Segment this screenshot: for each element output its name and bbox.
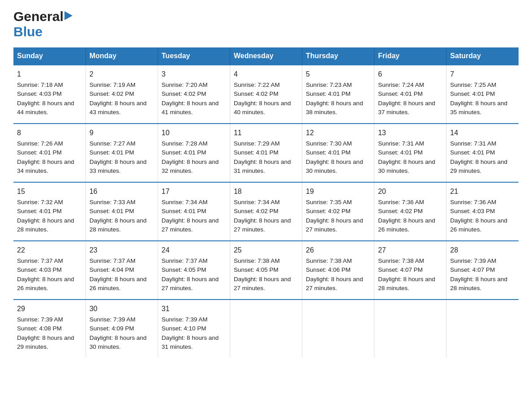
- sunrise-label: Sunrise: 7:39 AM: [17, 316, 63, 323]
- daylight-label: Daylight: 8 hours and 28 minutes.: [90, 217, 147, 233]
- sunrise-label: Sunrise: 7:18 AM: [17, 81, 63, 88]
- calendar-cell: [374, 300, 446, 358]
- sunset-label: Sunset: 4:02 PM: [234, 208, 279, 214]
- calendar-week-row: 15Sunrise: 7:32 AMSunset: 4:01 PMDayligh…: [13, 182, 519, 241]
- calendar-header-row: SundayMondayTuesdayWednesdayThursdayFrid…: [13, 47, 519, 65]
- sunset-label: Sunset: 4:01 PM: [162, 208, 206, 214]
- sunrise-label: Sunrise: 7:37 AM: [17, 257, 63, 264]
- logo-arrow-icon: [64, 11, 73, 22]
- calendar-cell: 2Sunrise: 7:19 AMSunset: 4:02 PMDaylight…: [86, 65, 158, 124]
- day-number: 13: [378, 128, 442, 138]
- sunrise-label: Sunrise: 7:34 AM: [162, 199, 208, 206]
- daylight-label: Daylight: 8 hours and 44 minutes.: [17, 100, 74, 116]
- logo-general: General: [13, 9, 64, 24]
- day-number: 5: [306, 69, 370, 80]
- sunset-label: Sunset: 4:05 PM: [234, 266, 279, 273]
- day-number: 4: [234, 69, 298, 80]
- daylight-label: Daylight: 8 hours and 28 minutes.: [17, 217, 74, 233]
- sunset-label: Sunset: 4:01 PM: [306, 149, 351, 156]
- daylight-label: Daylight: 8 hours and 31 minutes.: [162, 334, 219, 350]
- daylight-label: Daylight: 8 hours and 27 minutes.: [234, 217, 291, 233]
- calendar-cell: 8Sunrise: 7:26 AMSunset: 4:01 PMDaylight…: [13, 124, 86, 182]
- day-number: 29: [17, 304, 82, 314]
- day-number: 30: [90, 304, 154, 314]
- calendar-cell: 27Sunrise: 7:38 AMSunset: 4:07 PMDayligh…: [374, 241, 446, 300]
- day-number: 14: [450, 128, 515, 138]
- calendar-cell: 15Sunrise: 7:32 AMSunset: 4:01 PMDayligh…: [13, 182, 86, 241]
- sunset-label: Sunset: 4:06 PM: [306, 266, 351, 273]
- daylight-label: Daylight: 8 hours and 30 minutes.: [378, 158, 435, 174]
- day-number: 17: [162, 186, 226, 197]
- day-number: 24: [162, 245, 226, 256]
- sunset-label: Sunset: 4:01 PM: [378, 149, 423, 156]
- daylight-label: Daylight: 8 hours and 28 minutes.: [450, 276, 507, 291]
- calendar-cell: 26Sunrise: 7:38 AMSunset: 4:06 PMDayligh…: [302, 241, 374, 300]
- page-header: General Blue: [13, 9, 519, 39]
- logo: General Blue: [13, 9, 73, 39]
- calendar-cell: 20Sunrise: 7:36 AMSunset: 4:02 PMDayligh…: [374, 182, 446, 241]
- sunrise-label: Sunrise: 7:25 AM: [450, 81, 496, 88]
- sunrise-label: Sunrise: 7:38 AM: [306, 257, 352, 264]
- calendar-cell: 12Sunrise: 7:30 AMSunset: 4:01 PMDayligh…: [302, 124, 374, 182]
- day-number: 16: [90, 186, 154, 197]
- day-header-wednesday: Wednesday: [230, 47, 302, 65]
- daylight-label: Daylight: 8 hours and 33 minutes.: [90, 158, 147, 174]
- calendar-cell: 31Sunrise: 7:39 AMSunset: 4:10 PMDayligh…: [158, 300, 230, 358]
- calendar-cell: 16Sunrise: 7:33 AMSunset: 4:01 PMDayligh…: [86, 182, 158, 241]
- day-header-thursday: Thursday: [302, 47, 374, 65]
- sunset-label: Sunset: 4:02 PM: [378, 208, 423, 214]
- sunrise-label: Sunrise: 7:27 AM: [90, 140, 136, 147]
- calendar-cell: 29Sunrise: 7:39 AMSunset: 4:08 PMDayligh…: [13, 300, 86, 358]
- calendar-cell: 25Sunrise: 7:38 AMSunset: 4:05 PMDayligh…: [230, 241, 302, 300]
- day-number: 20: [378, 186, 442, 197]
- day-number: 28: [450, 245, 515, 256]
- calendar-week-row: 1Sunrise: 7:18 AMSunset: 4:03 PMDaylight…: [13, 65, 519, 124]
- svg-marker-0: [64, 11, 73, 20]
- day-number: 7: [450, 69, 515, 80]
- daylight-label: Daylight: 8 hours and 29 minutes.: [17, 334, 74, 350]
- day-header-tuesday: Tuesday: [158, 47, 230, 65]
- sunset-label: Sunset: 4:01 PM: [17, 149, 62, 156]
- calendar-cell: 1Sunrise: 7:18 AMSunset: 4:03 PMDaylight…: [13, 65, 86, 124]
- sunrise-label: Sunrise: 7:20 AM: [162, 81, 208, 88]
- sunrise-label: Sunrise: 7:38 AM: [378, 257, 424, 264]
- sunrise-label: Sunrise: 7:22 AM: [234, 81, 280, 88]
- sunset-label: Sunset: 4:01 PM: [234, 149, 279, 156]
- daylight-label: Daylight: 8 hours and 27 minutes.: [162, 276, 219, 291]
- daylight-label: Daylight: 8 hours and 29 minutes.: [450, 158, 507, 174]
- sunset-label: Sunset: 4:02 PM: [90, 90, 134, 97]
- sunrise-label: Sunrise: 7:31 AM: [378, 140, 424, 147]
- daylight-label: Daylight: 8 hours and 43 minutes.: [90, 100, 147, 116]
- sunrise-label: Sunrise: 7:35 AM: [306, 199, 352, 206]
- daylight-label: Daylight: 8 hours and 27 minutes.: [234, 276, 291, 291]
- sunset-label: Sunset: 4:01 PM: [17, 208, 62, 214]
- daylight-label: Daylight: 8 hours and 34 minutes.: [17, 158, 74, 174]
- day-number: 21: [450, 186, 515, 197]
- day-number: 26: [306, 245, 370, 256]
- day-number: 3: [162, 69, 226, 80]
- sunset-label: Sunset: 4:07 PM: [378, 266, 423, 273]
- day-number: 9: [90, 128, 154, 138]
- sunrise-label: Sunrise: 7:28 AM: [162, 140, 208, 147]
- daylight-label: Daylight: 8 hours and 26 minutes.: [90, 276, 147, 291]
- calendar-cell: 11Sunrise: 7:29 AMSunset: 4:01 PMDayligh…: [230, 124, 302, 182]
- sunrise-label: Sunrise: 7:31 AM: [450, 140, 496, 147]
- sunset-label: Sunset: 4:01 PM: [90, 149, 134, 156]
- day-number: 19: [306, 186, 370, 197]
- calendar-cell: 13Sunrise: 7:31 AMSunset: 4:01 PMDayligh…: [374, 124, 446, 182]
- daylight-label: Daylight: 8 hours and 32 minutes.: [162, 158, 219, 174]
- daylight-label: Daylight: 8 hours and 26 minutes.: [378, 217, 435, 233]
- sunset-label: Sunset: 4:02 PM: [306, 208, 351, 214]
- logo-blue: Blue: [13, 24, 43, 39]
- day-number: 1: [17, 69, 82, 80]
- sunset-label: Sunset: 4:01 PM: [306, 90, 351, 97]
- sunrise-label: Sunrise: 7:19 AM: [90, 81, 136, 88]
- sunrise-label: Sunrise: 7:26 AM: [17, 140, 63, 147]
- day-header-monday: Monday: [86, 47, 158, 65]
- sunrise-label: Sunrise: 7:23 AM: [306, 81, 352, 88]
- sunset-label: Sunset: 4:10 PM: [162, 325, 206, 332]
- day-number: 8: [17, 128, 82, 138]
- calendar-cell: 22Sunrise: 7:37 AMSunset: 4:03 PMDayligh…: [13, 241, 86, 300]
- daylight-label: Daylight: 8 hours and 35 minutes.: [450, 100, 507, 116]
- day-number: 2: [90, 69, 154, 80]
